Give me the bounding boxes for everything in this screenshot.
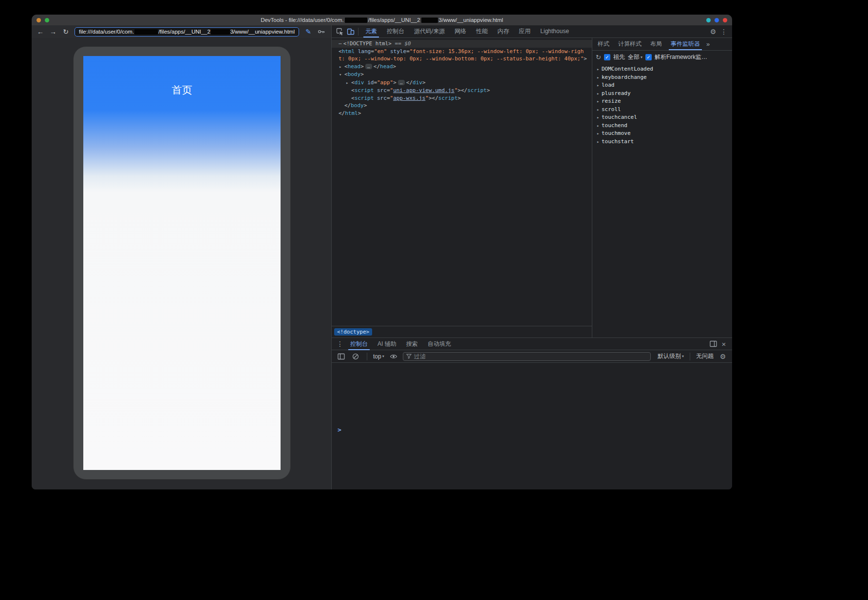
tree-node[interactable]: ▸<head>…</head> <box>332 63 592 71</box>
drawer-tab-autofill[interactable]: 自动填充 <box>423 338 456 350</box>
code-token-tag: script <box>355 87 374 94</box>
window-control-minimize[interactable] <box>37 18 41 22</box>
console-filter-box[interactable] <box>403 352 651 361</box>
code-token-pill[interactable]: … <box>365 64 372 69</box>
drawer-tab-search[interactable]: 搜索 <box>401 338 423 350</box>
code-token-link[interactable]: app-wxs.js <box>393 95 425 101</box>
event-listener-row[interactable]: ▸keyboardchange <box>592 74 732 82</box>
expand-arrow-icon[interactable]: ▸ <box>597 114 602 122</box>
expand-arrow-open-icon[interactable]: ▾ <box>339 71 344 79</box>
url-bar[interactable]: file:///data/user/0/com. /files/apps/__U… <box>75 27 299 37</box>
filter-funnel-icon <box>406 354 412 359</box>
framework-listeners-checkbox[interactable]: ✓ <box>645 54 652 60</box>
expand-arrow-icon[interactable]: ▸ <box>597 90 602 98</box>
listener-scope-dropdown[interactable]: 全部 ▾ <box>628 53 642 61</box>
pen-extension-icon[interactable]: ✎ <box>304 28 313 36</box>
expand-arrow-icon[interactable]: ▸ <box>597 98 602 106</box>
page-title: 首页 <box>83 56 281 97</box>
key-icon[interactable] <box>318 28 326 36</box>
window-control-close[interactable] <box>723 18 727 22</box>
tab-layout[interactable]: 布局 <box>646 38 666 50</box>
tab-computed[interactable]: 计算样式 <box>614 38 646 50</box>
kebab-menu-icon[interactable]: ⋮ <box>335 338 345 349</box>
tab-event-listeners[interactable]: 事件监听器 <box>666 38 704 50</box>
inspect-element-icon[interactable] <box>335 26 345 37</box>
device-toolbar-icon[interactable] <box>345 26 356 37</box>
event-listener-row[interactable]: ▸load <box>592 81 732 90</box>
overflow-chevron-icon[interactable]: » <box>704 41 712 47</box>
tree-node[interactable]: </html> <box>332 110 592 117</box>
tab-styles[interactable]: 样式 <box>593 38 614 50</box>
phone-screen[interactable]: 首页 <box>83 56 281 470</box>
code-token-punct: = <box>406 48 410 55</box>
event-name: touchend <box>602 122 627 129</box>
event-listener-row[interactable]: ▸touchmove <box>592 130 732 138</box>
breadcrumb-doctype[interactable]: <!doctype> <box>334 328 372 336</box>
tab-performance[interactable]: 性能 <box>471 25 492 38</box>
console-sidebar-toggle-icon[interactable] <box>336 351 346 362</box>
ancestors-checkbox[interactable]: ✓ <box>604 54 610 60</box>
console-filter-input[interactable] <box>414 353 647 360</box>
refresh-icon[interactable]: ↻ <box>596 54 601 60</box>
tree-node[interactable]: ▸<div id="app">…</div> <box>332 79 592 87</box>
tab-lighthouse[interactable]: Lighthouse <box>535 25 574 38</box>
console-settings-gear-icon[interactable]: ⚙ <box>717 351 728 362</box>
console-messages-area[interactable]: > <box>332 363 732 489</box>
expand-arrow-icon[interactable]: ▸ <box>597 106 602 114</box>
expand-arrow-icon[interactable]: ▸ <box>597 122 602 130</box>
event-listener-row[interactable]: ▸plusready <box>592 90 732 98</box>
reload-icon[interactable]: ↻ <box>62 28 70 35</box>
code-token-pill[interactable]: … <box>398 80 405 85</box>
tab-elements[interactable]: 元素 <box>360 25 382 38</box>
tree-node[interactable]: <html lang="en" style="font-size: 15.36p… <box>332 48 592 63</box>
issues-counter[interactable]: 无问题 <box>696 352 714 360</box>
event-listener-row[interactable]: ▸resize <box>592 97 732 106</box>
close-icon[interactable]: × <box>718 338 729 349</box>
expand-arrow-icon[interactable]: ▸ <box>597 130 602 138</box>
event-listener-row[interactable]: ▸DOMContentLoaded <box>592 65 732 74</box>
drawer-tab-ai[interactable]: AI 辅助 <box>373 338 401 350</box>
listener-scope-value: 全部 <box>628 53 640 61</box>
code-token-punct: </ <box>374 63 380 70</box>
live-expression-eye-icon[interactable] <box>388 351 399 362</box>
window-control-maximize[interactable] <box>45 18 49 22</box>
window-control-extra[interactable] <box>706 18 711 22</box>
dock-side-icon[interactable] <box>708 338 718 349</box>
event-listener-row[interactable]: ▸touchstart <box>592 138 732 146</box>
tab-sources[interactable]: 源代码/来源 <box>409 25 450 38</box>
redaction-box <box>134 29 158 35</box>
tree-node[interactable]: </body> <box>332 102 592 110</box>
event-name: keyboardchange <box>602 74 647 80</box>
tab-memory[interactable]: 内存 <box>492 25 514 38</box>
expand-arrow-icon[interactable]: ▸ <box>597 138 602 146</box>
forward-icon[interactable]: → <box>49 28 57 35</box>
back-icon[interactable]: ← <box>37 28 44 35</box>
expand-arrow-icon[interactable]: ▸ <box>597 82 602 90</box>
divider <box>367 353 367 360</box>
tab-application[interactable]: 应用 <box>514 25 535 38</box>
code-token-link[interactable]: uni-app-view.umd.js <box>393 87 454 94</box>
settings-gear-icon[interactable]: ⚙ <box>708 26 718 37</box>
tree-node[interactable]: <script src="app-wxs.js"></script> <box>332 94 592 102</box>
expand-arrow-icon[interactable]: ▸ <box>597 66 602 74</box>
drawer-tab-console[interactable]: 控制台 <box>345 338 373 350</box>
window-control-fullscreen[interactable] <box>715 18 719 22</box>
event-listener-row[interactable]: ▸scroll <box>592 106 732 114</box>
tree-node[interactable]: <script src="uni-app-view.umd.js"></scri… <box>332 87 592 94</box>
emulator-viewport: 首页 <box>32 38 331 489</box>
event-listener-row[interactable]: ▸touchcancel <box>592 113 732 122</box>
tab-console[interactable]: 控制台 <box>382 25 409 38</box>
tree-node[interactable]: ▾<body> <box>332 71 592 79</box>
tab-network[interactable]: 网络 <box>450 25 471 38</box>
clear-console-icon[interactable] <box>350 351 361 362</box>
expand-arrow-closed-icon[interactable]: ▸ <box>339 63 344 71</box>
expand-arrow-closed-icon[interactable]: ▸ <box>346 79 351 87</box>
expand-arrow-icon[interactable]: ▸ <box>597 74 602 82</box>
log-levels-dropdown[interactable]: 默认级别 ▾ <box>658 352 684 360</box>
code-token-punct: </ <box>432 95 438 101</box>
more-menu-icon[interactable]: ⋮ <box>718 26 729 37</box>
console-prompt-chevron[interactable]: > <box>338 426 341 433</box>
context-selector-dropdown[interactable]: top ▾ <box>373 353 384 360</box>
event-listener-row[interactable]: ▸touchend <box>592 122 732 130</box>
tree-node[interactable]: ⋯<!DOCTYPE html> == $0 <box>332 40 592 48</box>
